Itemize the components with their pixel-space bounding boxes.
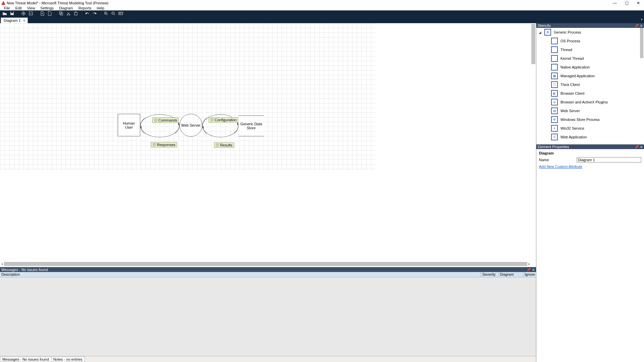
node-label: Generic Data Store	[239, 122, 263, 130]
svg-rect-1	[11, 12, 13, 13]
col-description[interactable]: Description	[0, 272, 481, 277]
stencil-thick-client[interactable]: ☐ Thick Client	[536, 80, 644, 89]
window-controls: — ▢ ✕	[613, 1, 643, 5]
process-icon: ◐	[551, 90, 558, 97]
maximize-button[interactable]: ▢	[625, 1, 629, 5]
messages-header[interactable]: Messages - No issues found 📌 ✕	[0, 267, 536, 272]
stencil-win32-service[interactable]: ≡ Win32 Service	[536, 124, 644, 133]
undo-icon[interactable]	[85, 11, 90, 16]
menu-settings[interactable]: Settings	[38, 6, 56, 10]
stencil-label: Thick Client	[560, 83, 580, 87]
stencil-web-application[interactable]: ☰ Web Application	[536, 133, 644, 141]
stencil-label: Web Server	[560, 109, 580, 113]
stencil-thread[interactable]: Thread	[536, 45, 644, 54]
element-properties-title: Element Properties	[538, 145, 569, 149]
paste-icon[interactable]	[73, 11, 78, 16]
menu-view[interactable]: View	[24, 6, 38, 10]
stencil-os-process[interactable]: OS Process	[536, 37, 644, 45]
close-tab-icon[interactable]: ✕	[23, 19, 25, 22]
diagram-tab[interactable]: Diagram 1 ✕	[1, 17, 28, 23]
flow-label-text: Configuration	[215, 118, 236, 122]
threat-list-icon[interactable]	[118, 11, 123, 16]
tab-overflow-icon[interactable]: ▾	[641, 18, 643, 21]
stencil-native-application[interactable]: Native Application	[536, 63, 644, 72]
svg-point-7	[69, 14, 70, 15]
stencils-header[interactable]: Stencils 📌 ✕	[536, 23, 644, 28]
cut-icon[interactable]	[66, 11, 71, 16]
process-icon	[551, 38, 558, 44]
zoom-out-icon[interactable]	[111, 11, 116, 16]
stencil-kernel-thread[interactable]: Kernel Thread	[536, 54, 644, 63]
flow-responses[interactable]: Responses	[151, 142, 177, 147]
svg-rect-12	[119, 12, 123, 15]
menu-help[interactable]: Help	[94, 6, 107, 10]
zoom-in-icon[interactable]	[103, 11, 109, 16]
minimize-button[interactable]: —	[613, 1, 617, 5]
pin-icon[interactable]: 📌	[635, 145, 639, 149]
new-page-icon[interactable]	[40, 11, 45, 16]
close-icon[interactable]: ✕	[532, 268, 535, 272]
flow-commands[interactable]: Commands	[152, 118, 179, 123]
menu-file[interactable]: File	[1, 6, 13, 10]
flow-configuration[interactable]: Configuration	[209, 117, 238, 123]
pin-icon[interactable]: 📌	[635, 24, 639, 28]
open-icon[interactable]	[2, 11, 7, 16]
status-messages-tab[interactable]: Messages - No issues found	[0, 357, 51, 362]
node-web-server[interactable]: Web Server	[179, 114, 202, 137]
menu-reports[interactable]: Reports	[76, 6, 94, 10]
flow-icon	[210, 118, 214, 122]
redo-icon[interactable]	[92, 11, 97, 16]
stencil-label: Web Application	[560, 135, 587, 139]
process-icon: ⚙	[551, 116, 558, 123]
col-diagram[interactable]: Diagram	[498, 272, 523, 277]
col-ignore[interactable]: Ignore	[523, 272, 536, 277]
flow-label-text: Responses	[157, 143, 175, 147]
stencil-label: Browser Client	[560, 91, 585, 95]
node-human-user[interactable]: Human User	[118, 114, 140, 136]
page-icon[interactable]	[47, 11, 52, 16]
element-type-label: Diagram	[539, 151, 641, 155]
process-icon: ☐	[551, 81, 558, 88]
stencil-browser-activex[interactable]: ◎ Browser and ActiveX Plugins	[536, 98, 644, 106]
tree-collapse-icon[interactable]: ◢	[538, 31, 542, 34]
stencil-label: Browser and ActiveX Plugins	[560, 100, 608, 104]
save-icon[interactable]	[9, 11, 15, 16]
copy-icon[interactable]	[58, 11, 64, 16]
element-properties-header[interactable]: Element Properties 📌 ✕	[536, 144, 644, 149]
menu-diagram[interactable]: Diagram	[56, 6, 76, 10]
stencils-title: Stencils	[538, 24, 551, 28]
scroll-right-icon[interactable]: ►	[527, 262, 531, 266]
svg-rect-9	[75, 12, 76, 12]
canvas-vertical-scrollbar[interactable]	[531, 24, 536, 261]
col-severity[interactable]: Severity	[481, 272, 498, 277]
stencil-scrollbar[interactable]	[639, 28, 644, 144]
stencil-generic-process[interactable]: ◢ ⚙ Generic Process	[536, 28, 644, 37]
flow-results[interactable]: Results	[214, 142, 234, 148]
pin-icon[interactable]: 📌	[527, 268, 531, 272]
flow-icon	[154, 119, 157, 122]
menu-edit[interactable]: Edit	[13, 6, 24, 10]
stencil-web-server[interactable]: ▤ Web Server	[536, 106, 644, 115]
status-notes-tab[interactable]: Notes - no entries	[51, 357, 85, 362]
add-custom-attribute-link[interactable]: Add New Custom Attribute	[539, 165, 641, 169]
close-icon[interactable]: ✕	[640, 24, 643, 28]
stencil-windows-store-process[interactable]: ⚙ Windows Store Process	[536, 115, 644, 124]
process-icon	[551, 64, 558, 71]
close-button[interactable]: ✕	[637, 1, 640, 5]
node-data-store[interactable]: Generic Data Store	[238, 116, 264, 136]
stencil-managed-application[interactable]: ▦ Managed Application	[536, 72, 644, 80]
stencil-label: Windows Store Process	[560, 118, 600, 122]
name-input[interactable]	[577, 157, 641, 163]
stencil-label: Managed Application	[560, 74, 595, 78]
canvas-horizontal-scrollbar[interactable]: ◄ ►	[0, 262, 531, 266]
process-icon	[551, 46, 558, 53]
close-icon[interactable]: ✕	[640, 145, 643, 149]
stencil-browser-client[interactable]: ◐ Browser Client	[536, 89, 644, 98]
stencils-panel: Stencils 📌 ✕ ◢ ⚙ Generic Process OS Proc…	[536, 23, 644, 144]
diagram-canvas[interactable]: Human User Web Server Generic Data Store	[0, 23, 536, 267]
globe-icon[interactable]	[21, 11, 26, 16]
name-label: Name	[539, 158, 577, 162]
scroll-left-icon[interactable]: ◄	[0, 262, 4, 266]
verify-icon[interactable]	[28, 11, 34, 16]
stencil-label: Generic Process	[554, 30, 581, 34]
